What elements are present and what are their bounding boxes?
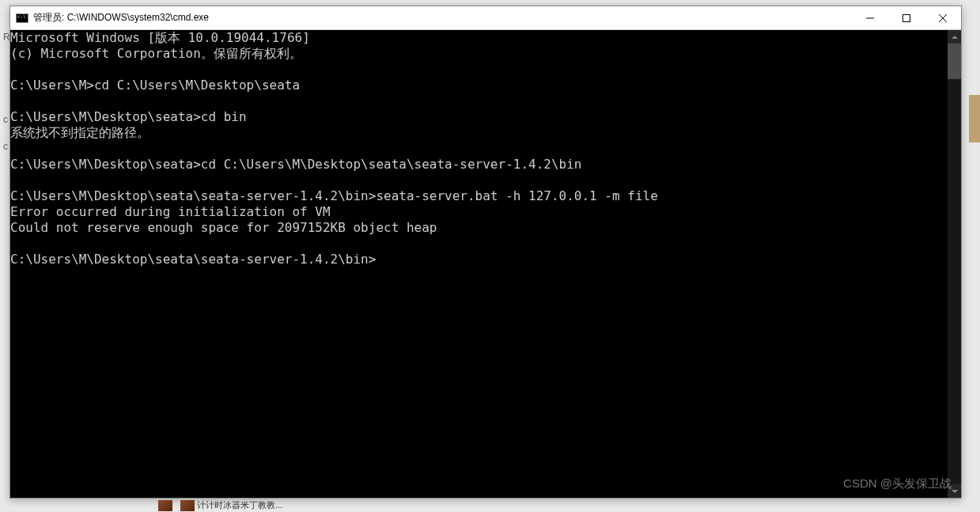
minimize-button[interactable]	[852, 6, 888, 29]
taskbar-fragment: 计计时冰器米丁教教...	[158, 499, 282, 512]
terminal-line: C:\Users\M\Desktop\seata>cd bin	[10, 109, 948, 125]
terminal-line: C:\Users\M>cd C:\Users\M\Desktop\seata	[10, 78, 948, 93]
terminal-line: (c) Microsoft Corporation。保留所有权利。	[10, 46, 948, 62]
terminal-line: Could not reserve enough space for 20971…	[10, 220, 948, 236]
svg-rect-1	[903, 14, 910, 21]
terminal-line: C:\Users\M\Desktop\seata\seata-server-1.…	[10, 252, 948, 267]
taskbar-app-icon	[158, 500, 172, 511]
terminal-line	[10, 62, 948, 78]
terminal-output[interactable]: Microsoft Windows [版本 10.0.19044.1766](c…	[10, 30, 948, 498]
terminal-line: Microsoft Windows [版本 10.0.19044.1766]	[10, 30, 948, 46]
terminal-line: C:\Users\M\Desktop\seata>cd C:\Users\M\D…	[10, 157, 948, 173]
window-title: 管理员: C:\WINDOWS\system32\cmd.exe	[33, 11, 209, 25]
window-controls	[852, 6, 961, 29]
cmd-icon	[16, 12, 28, 25]
terminal-area[interactable]: Microsoft Windows [版本 10.0.19044.1766](c…	[10, 30, 961, 498]
taskbar-item[interactable]	[158, 500, 172, 511]
window-titlebar[interactable]: 管理员: C:\WINDOWS\system32\cmd.exe	[10, 6, 961, 30]
terminal-line: 系统找不到指定的路径。	[10, 125, 948, 141]
scroll-up-button[interactable]	[948, 30, 961, 44]
terminal-line: C:\Users\M\Desktop\seata\seata-server-1.…	[10, 188, 948, 204]
cmd-window: 管理员: C:\WINDOWS\system32\cmd.exe Microso…	[9, 6, 962, 499]
taskbar-item[interactable]: 计计时冰器米丁教教...	[180, 499, 282, 511]
terminal-line	[10, 93, 948, 109]
terminal-line: Error occurred during initialization of …	[10, 204, 948, 220]
terminal-line	[10, 141, 948, 157]
scroll-thumb[interactable]	[948, 44, 961, 79]
scroll-track[interactable]	[948, 44, 961, 484]
terminal-line	[10, 173, 948, 188]
terminal-line	[10, 236, 948, 252]
taskbar-item-label: 计计时冰器米丁教教...	[197, 499, 282, 511]
close-button[interactable]	[925, 6, 961, 29]
scroll-down-button[interactable]	[948, 484, 961, 498]
background-clip	[969, 95, 980, 142]
vertical-scrollbar[interactable]	[948, 30, 961, 498]
maximize-button[interactable]	[888, 6, 925, 29]
taskbar-app-icon	[180, 500, 195, 511]
